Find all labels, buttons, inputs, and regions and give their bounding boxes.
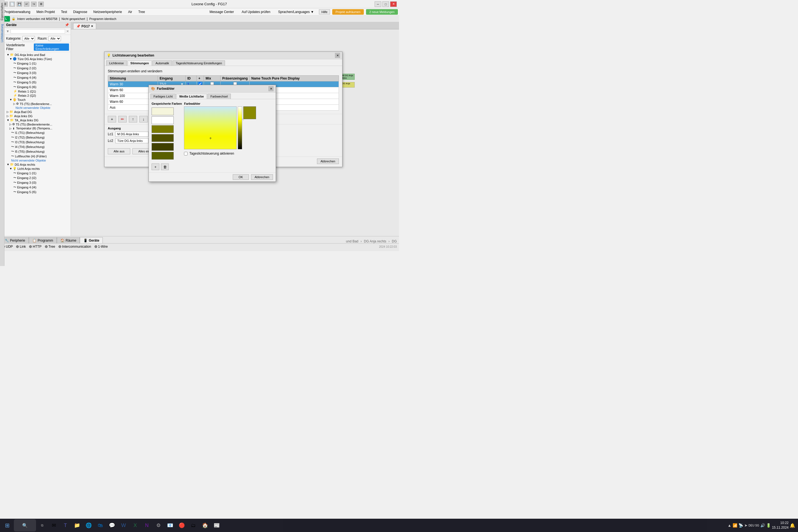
tree-item-dg-anja[interactable]: ▼ 📁 DG Anja links und Bad <box>4 53 71 57</box>
saved-color-1[interactable] <box>152 108 174 115</box>
tab-programm[interactable]: 📋 Programm <box>29 237 57 243</box>
tab-farbwechsel[interactable]: Farbwechsel <box>208 94 231 99</box>
menu-test[interactable]: Test <box>58 10 70 14</box>
licht-dialog-close[interactable]: ✕ <box>335 53 340 58</box>
expand-arrow[interactable]: ▼ <box>10 57 12 60</box>
move-up-button[interactable]: ↑ <box>129 116 137 122</box>
search-input[interactable] <box>11 29 65 34</box>
menu-netzwerk[interactable]: Netzwerkperipherie <box>91 10 125 14</box>
list-item[interactable]: ▷ ⚙ T5 (T5) (Bedieneleme... <box>4 102 71 106</box>
delete-color-button[interactable]: 🗑 <box>161 164 169 170</box>
list-item[interactable]: 〜 I5 (TI5) (Beleuchtung) <box>4 149 71 154</box>
list-item[interactable]: 〜 I2 (TI2) (Beleuchtung) <box>4 135 71 140</box>
list-item[interactable]: ⚡ Relais 2 (Q2) <box>4 93 71 97</box>
list-item[interactable]: 〜 Eingang 2 (I2) <box>4 66 71 70</box>
list-item[interactable]: 〜 Luftfeuchte (H) (Fühler) <box>4 154 71 158</box>
farb-abbrechen-button[interactable]: Abbrechen <box>251 174 273 180</box>
tab-raeume[interactable]: 🏠 Räume <box>57 237 80 243</box>
saved-color-6[interactable] <box>152 152 174 159</box>
alle-aus-button[interactable]: Alle aus <box>108 148 130 154</box>
aufraumen-button[interactable]: Projekt aufräumen <box>332 9 364 15</box>
list-item[interactable]: 〜 Eingang 4 (I4) <box>4 185 71 190</box>
tree-item-touch[interactable]: ▼ 🖐 Touch <box>4 97 71 102</box>
raum-select[interactable]: Alle <box>49 36 61 41</box>
list-item[interactable]: 〜 I1 (TI1) (Beleuchtung) <box>4 130 71 135</box>
expand-arrow[interactable]: ▼ <box>10 98 12 101</box>
list-item[interactable]: 〜 Eingang 1 (I1) <box>4 61 71 66</box>
list-item[interactable]: Nicht verwendete Objekte <box>4 106 71 110</box>
list-item[interactable]: 〜 I4 (TI4) (Beleuchtung) <box>4 144 71 149</box>
list-item[interactable]: ⚡ Relais 1 (Q1) <box>4 89 71 93</box>
new-icon[interactable]: 📄 <box>10 2 15 7</box>
expand-arrow[interactable]: ▷ <box>10 127 12 130</box>
languages-link[interactable]: Sprachen/Languages ▼ <box>276 10 317 14</box>
message-center-link[interactable]: Message Center <box>207 10 236 14</box>
add-row-button[interactable]: + <box>108 116 116 122</box>
saved-color-4[interactable] <box>152 134 174 142</box>
lc1-input[interactable] <box>115 132 149 137</box>
tab-farbiges-licht[interactable]: Farbiges Licht <box>150 94 176 99</box>
tree-item-licht-rechts[interactable]: ▼ 💡 Licht Anja rechts <box>4 167 71 171</box>
redo-icon[interactable]: ↪ <box>31 2 37 7</box>
list-item[interactable]: 〜 Eingang 3 (I3) <box>4 70 71 75</box>
side-tab-lichtsteuerung[interactable]: Lichtsteuerung <box>0 22 4 44</box>
meldungen-button[interactable]: 2 neue Meldungen <box>366 9 398 15</box>
move-down-button[interactable]: ↓ <box>139 116 148 122</box>
expand-arrow[interactable]: ▼ <box>10 167 12 170</box>
tab-close-icon[interactable]: ✕ <box>91 25 93 28</box>
list-item[interactable]: 〜 Eingang 1 (I1) <box>4 171 71 175</box>
expand-arrow[interactable]: ▷ <box>7 114 9 117</box>
tree-item-ta[interactable]: ▼ 📁 TA_Anja links DG <box>4 118 71 122</box>
tree-item-bad[interactable]: ▷ 📁 Anja Bad DG <box>4 110 71 114</box>
settings-icon[interactable]: ⚙ <box>38 2 44 7</box>
tab-automatik[interactable]: Automatik <box>152 60 172 66</box>
list-item[interactable]: 〜 Eingang 5 (I5) <box>4 80 71 84</box>
tab-weisse-lichtfarbe[interactable]: Weiße Lichtfarbe <box>176 94 207 99</box>
tree-item-tuere[interactable]: ▼ 🔵 Türe DG Anja links (Türe) <box>4 57 71 61</box>
list-item[interactable]: Nicht verwendete Objekte <box>4 158 71 163</box>
expand-arrow[interactable]: ▷ <box>7 110 9 113</box>
saved-color-5[interactable] <box>152 143 174 151</box>
list-item[interactable]: ▷ 🌡 Temperatur (θ) (Tempera... <box>4 126 71 130</box>
tree-item-links[interactable]: ▷ 📁 Anja links DG <box>4 114 71 118</box>
tab-geraete[interactable]: 📱 Geräte <box>80 237 103 243</box>
farb-dialog-close[interactable]: ✕ <box>268 86 273 91</box>
tab-fg17[interactable]: 📌 FG17 ✕ <box>73 23 96 29</box>
color-hue-bar[interactable]: ◁ <box>238 107 242 149</box>
edit-row-button[interactable]: ✏ <box>118 116 127 122</box>
list-item[interactable]: 〜 Eingang 5 (I5) <box>4 190 71 194</box>
menu-air[interactable]: Air <box>125 10 135 14</box>
clear-search-icon[interactable]: ✕ <box>66 30 69 33</box>
add-color-button[interactable]: + <box>152 164 159 170</box>
lc2-input[interactable] <box>115 138 149 143</box>
expand-arrow[interactable]: ▼ <box>7 163 10 166</box>
tab-lichtkreise[interactable]: Lichtkreise <box>106 60 127 66</box>
kategorie-select[interactable]: Alle <box>22 36 35 41</box>
updates-link[interactable]: Auf Updates prüfen <box>239 10 273 14</box>
restore-button[interactable]: □ <box>382 1 389 7</box>
expand-arrow[interactable]: ▷ <box>10 123 12 126</box>
list-item[interactable]: 〜 Eingang 2 (I2) <box>4 175 71 180</box>
close-button[interactable]: ✕ <box>390 1 397 7</box>
expand-arrow[interactable]: ▷ <box>13 102 16 105</box>
undo-icon[interactable]: ↩ <box>24 2 30 7</box>
daylight-checkbox[interactable] <box>184 152 188 155</box>
tab-tageslicht[interactable]: Tageslichtsteuerung Einstellungen <box>173 60 225 66</box>
color-gradient[interactable] <box>184 107 236 149</box>
menu-diagnose[interactable]: Diagnose <box>70 10 90 14</box>
tree-item-rechts[interactable]: ▼ 📁 DG Anja rechts <box>4 163 71 167</box>
minimize-button[interactable]: ─ <box>375 1 381 7</box>
list-item[interactable]: 〜 I3 (TI3) (Beleuchtung) <box>4 140 71 144</box>
menu-meinprojekt[interactable]: Mein Projekt <box>34 10 58 14</box>
list-item[interactable]: 〜 Eingang 4 (I4) <box>4 75 71 80</box>
side-tab-eigenschaften[interactable]: Eigenschaften <box>0 1 4 22</box>
tab-peripherie[interactable]: 🔧 Peripherie <box>1 237 29 243</box>
list-item[interactable]: 〜 Eingang 3 (I3) <box>4 180 71 185</box>
saved-color-3[interactable] <box>152 125 174 133</box>
expand-arrow[interactable]: ▼ <box>7 119 10 122</box>
hilfe-button[interactable]: Hilfe <box>319 10 330 14</box>
list-item[interactable]: ▷ ⚙ T5 (T5) (Bedienelemente... <box>4 122 71 126</box>
menu-tree[interactable]: Tree <box>135 10 148 14</box>
save-icon[interactable]: 💾 <box>17 2 22 7</box>
filter-badge[interactable]: Keine Einschränkungen <box>34 43 69 51</box>
